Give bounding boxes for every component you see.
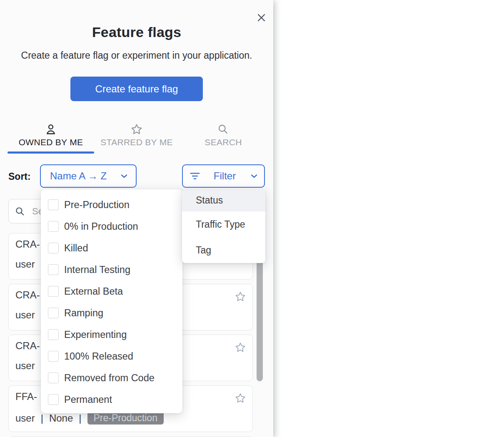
- sort-dropdown-button[interactable]: Name A → Z: [40, 164, 137, 188]
- page-title: Feature flags: [0, 24, 273, 40]
- chevron-down-icon: [119, 171, 129, 181]
- filter-menu-item-traffic-type[interactable]: Traffic Type: [182, 211, 265, 237]
- flag-meta: user | None | Pre-Production: [15, 412, 164, 425]
- checkbox[interactable]: [48, 243, 59, 253]
- star-button[interactable]: [235, 392, 246, 404]
- search-icon: [217, 123, 230, 136]
- background-page: [273, 0, 504, 437]
- checkbox[interactable]: [48, 372, 59, 383]
- flag-name: FFA-: [15, 391, 37, 402]
- flag-meta: user: [15, 258, 35, 270]
- checkbox[interactable]: [48, 394, 59, 405]
- flag-name: CRA-: [15, 238, 40, 250]
- sort-dropdown-menu: Pre-Production 0% in Production Killed I…: [41, 189, 182, 413]
- filter-dropdown-menu: Status Traffic Type Tag: [182, 189, 265, 263]
- active-tab-underline: [7, 151, 94, 154]
- sort-label: Sort:: [8, 171, 31, 182]
- sort-menu-item[interactable]: 0% in Production: [41, 216, 182, 237]
- person-icon: [45, 123, 57, 136]
- tab-search[interactable]: SEARCH: [196, 123, 251, 153]
- flag-name: CRA-: [15, 289, 40, 301]
- checkbox[interactable]: [48, 264, 59, 275]
- filter-dropdown-button[interactable]: Filter: [182, 164, 265, 188]
- separator: |: [79, 412, 81, 424]
- create-feature-flag-button[interactable]: Create feature flag: [70, 77, 203, 101]
- separator: |: [41, 412, 43, 424]
- sort-menu-item[interactable]: Pre-Production: [41, 194, 182, 216]
- filter-menu-item-status[interactable]: Status: [182, 189, 265, 211]
- filter-menu-item-tag[interactable]: Tag: [182, 237, 265, 263]
- close-icon: [257, 14, 265, 22]
- sort-menu-item[interactable]: 100% Released: [41, 345, 182, 367]
- sort-menu-item[interactable]: Permanent: [41, 389, 182, 410]
- close-button[interactable]: [254, 10, 268, 25]
- flag-meta: user: [15, 309, 35, 321]
- star-icon: [130, 123, 143, 136]
- sort-value: Name A → Z: [50, 170, 107, 182]
- page-subtitle: Create a feature flag or experiment in y…: [0, 50, 273, 61]
- tab-label: SEARCH: [205, 137, 242, 147]
- tab-label: STARRED BY ME: [100, 137, 173, 147]
- sort-menu-item[interactable]: Experimenting: [41, 324, 182, 345]
- filter-label: Filter: [214, 170, 236, 182]
- flag-name: CRA-: [15, 340, 40, 352]
- screen: Feature flags Create a feature flag or e…: [0, 0, 504, 437]
- sort-menu-item[interactable]: Removed from Code: [41, 367, 182, 389]
- filter-icon: [190, 171, 200, 181]
- checkbox[interactable]: [48, 221, 59, 232]
- flag-meta: user: [15, 360, 35, 372]
- sort-menu-item[interactable]: Internal Testing: [41, 259, 182, 281]
- checkbox[interactable]: [48, 199, 59, 210]
- sort-menu-item[interactable]: Ramping: [41, 302, 182, 324]
- sort-menu-item[interactable]: External Beta: [41, 281, 182, 302]
- chevron-down-icon: [249, 171, 259, 181]
- sort-menu-item[interactable]: Killed: [41, 237, 182, 259]
- checkbox[interactable]: [48, 286, 59, 297]
- star-button[interactable]: [235, 291, 246, 303]
- tab-starred-by-me[interactable]: STARRED BY ME: [96, 123, 177, 153]
- tags-value: None: [49, 412, 73, 424]
- traffic-type-value: user: [15, 412, 35, 424]
- feature-flags-panel: Feature flags Create a feature flag or e…: [0, 0, 273, 437]
- status-badge: Pre-Production: [87, 412, 164, 425]
- checkbox[interactable]: [48, 351, 59, 362]
- checkbox[interactable]: [48, 329, 59, 340]
- star-button[interactable]: [235, 342, 246, 353]
- tab-owned-by-me[interactable]: OWNED BY ME: [7, 123, 94, 153]
- scrollbar-thumb[interactable]: [257, 249, 263, 381]
- tab-label: OWNED BY ME: [19, 137, 83, 147]
- checkbox[interactable]: [48, 308, 59, 318]
